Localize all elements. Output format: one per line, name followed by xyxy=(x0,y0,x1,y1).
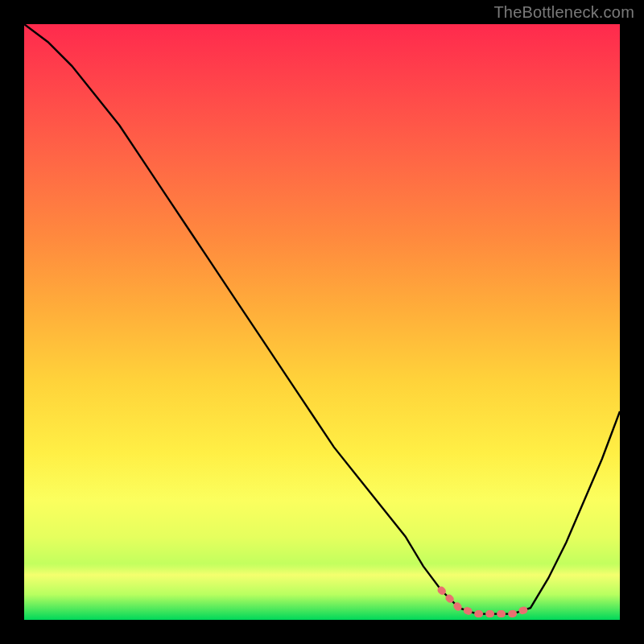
watermark-text: TheBottleneck.com xyxy=(493,3,634,22)
curve-line xyxy=(24,24,620,614)
plot-area xyxy=(24,24,620,620)
chart-frame: TheBottleneck.com xyxy=(0,0,644,644)
bottleneck-curve xyxy=(24,24,620,620)
